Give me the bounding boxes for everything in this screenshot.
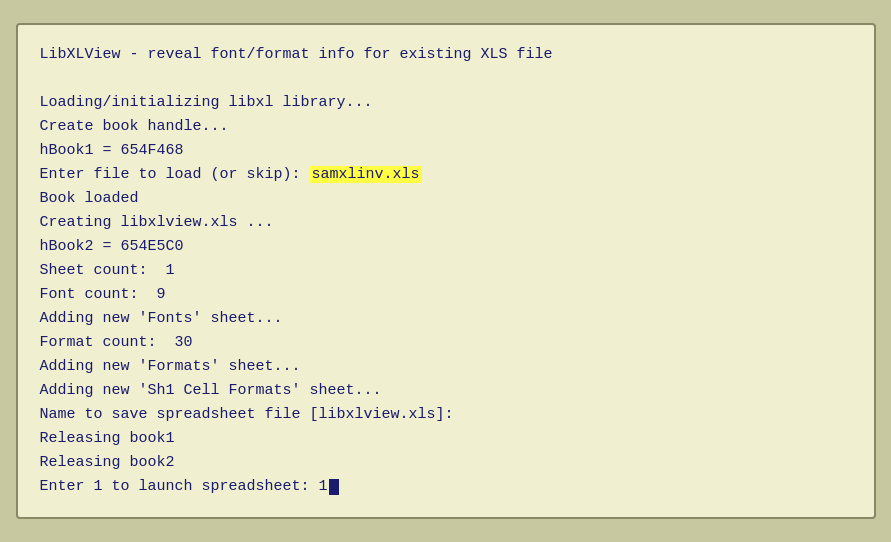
title-line: LibXLView - reveal font/format info for … — [40, 43, 852, 67]
blank-line — [40, 67, 852, 91]
adding-fonts-line: Adding new 'Fonts' sheet... — [40, 307, 852, 331]
enter-file-line: Enter file to load (or skip): samxlinv.x… — [40, 163, 852, 187]
font-count-line: Font count: 9 — [40, 283, 852, 307]
releasing-book2-line: Releasing book2 — [40, 451, 852, 475]
name-save-line: Name to save spreadsheet file [libxlview… — [40, 403, 852, 427]
enter-launch-line: Enter 1 to launch spreadsheet: 1 — [40, 475, 852, 499]
cursor — [329, 479, 339, 495]
terminal-window: LibXLView - reveal font/format info for … — [16, 23, 876, 519]
creating-line: Creating libxlview.xls ... — [40, 211, 852, 235]
hbook2-line: hBook2 = 654E5C0 — [40, 235, 852, 259]
loading-line: Loading/initializing libxl library... — [40, 91, 852, 115]
file-input-highlight: samxlinv.xls — [310, 166, 422, 183]
create-book-line: Create book handle... — [40, 115, 852, 139]
format-count-line: Format count: 30 — [40, 331, 852, 355]
hbook1-line: hBook1 = 654F468 — [40, 139, 852, 163]
releasing-book1-line: Releasing book1 — [40, 427, 852, 451]
adding-sh1-line: Adding new 'Sh1 Cell Formats' sheet... — [40, 379, 852, 403]
sheet-count-line: Sheet count: 1 — [40, 259, 852, 283]
book-loaded-line: Book loaded — [40, 187, 852, 211]
adding-formats-line: Adding new 'Formats' sheet... — [40, 355, 852, 379]
